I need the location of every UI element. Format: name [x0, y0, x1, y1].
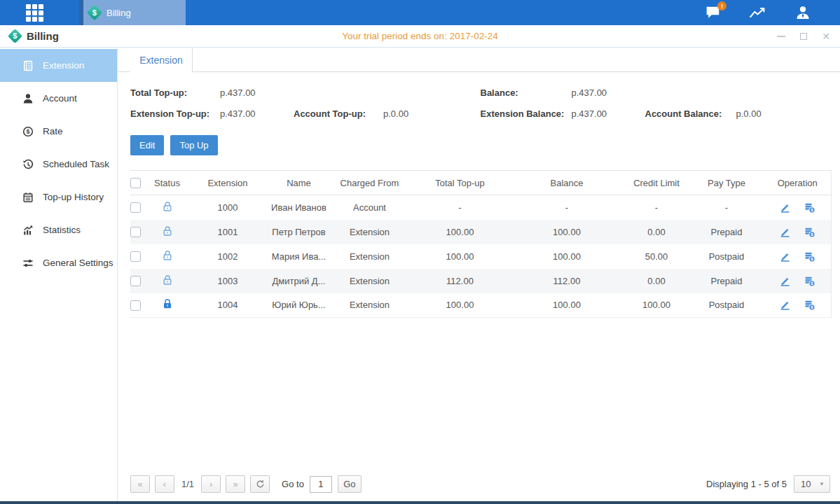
cell-name: Иван Иванов — [269, 202, 329, 213]
window-titlebar: $ Billing Your trial period ends on: 201… — [0, 25, 840, 48]
edit-row-icon[interactable] — [779, 202, 791, 214]
lock-status-icon — [162, 250, 173, 261]
topup-history-icon — [22, 191, 34, 203]
cell-balance: 100.00 — [509, 220, 624, 244]
cell-balance: 112.00 — [509, 269, 624, 293]
edit-row-icon[interactable] — [779, 299, 791, 311]
col-name: Name — [269, 171, 329, 195]
sidebar-item-label: Rate — [43, 126, 63, 136]
edit-row-icon[interactable] — [779, 275, 791, 287]
svg-text:$: $ — [811, 256, 813, 261]
row-checkbox[interactable] — [130, 276, 141, 286]
account-balance-value: p.0.00 — [736, 108, 810, 119]
topup-row-icon[interactable]: $ — [804, 202, 815, 214]
row-checkbox[interactable] — [130, 300, 141, 311]
cell-charged-from: Extension — [329, 269, 411, 293]
summary-panel: Total Top-up: p.437.00 Balance: p.437.00… — [130, 88, 830, 119]
extension-topup-value: p.437.00 — [220, 108, 294, 119]
balance-label: Balance: — [481, 88, 572, 98]
topup-row-icon[interactable]: $ — [804, 299, 815, 311]
displaying-text: Displaying 1 - 5 of 5 — [706, 479, 787, 489]
sidebar-item-extension[interactable]: Extension — [0, 49, 117, 82]
sidebar-item-label: Extension — [43, 60, 84, 71]
sidebar-item-scheduled-task[interactable]: Scheduled Task — [0, 148, 117, 181]
select-all-checkbox[interactable] — [130, 178, 141, 188]
row-checkbox[interactable] — [130, 202, 141, 213]
balance-value: p.437.00 — [572, 88, 645, 98]
edit-row-icon[interactable] — [779, 226, 791, 238]
cell-credit-limit: 0.00 — [624, 220, 689, 244]
notifications-icon[interactable]: ! — [704, 4, 722, 21]
account-topup-value: p.0.00 — [383, 108, 457, 119]
tab-strip: Extension — [118, 48, 840, 72]
cell-balance: 100.00 — [509, 293, 624, 318]
prev-page-button[interactable]: ‹ — [155, 475, 174, 493]
edit-button[interactable]: Edit — [130, 135, 164, 155]
col-credit-limit: Credit Limit — [624, 171, 689, 195]
tab-extension[interactable]: Extension — [130, 48, 193, 72]
account-topup-label: Account Top-up: — [294, 108, 383, 119]
maximize-button[interactable] — [798, 31, 809, 42]
cell-pay-type: Prepaid — [689, 220, 764, 244]
extension-topup-label: Extension Top-up: — [130, 108, 220, 119]
account-icon — [22, 92, 34, 104]
page-size-select[interactable]: 10 ▼ — [794, 475, 830, 493]
table-row: 1004 Юрий Юрь... Extension 100.00 100.00… — [130, 293, 831, 318]
cell-extension: 1004 — [186, 293, 269, 318]
taskbar-tab-label: Billing — [106, 8, 131, 18]
next-page-button[interactable]: › — [201, 475, 221, 493]
topup-row-icon[interactable]: $ — [804, 226, 815, 238]
cell-name: Петр Петров — [269, 227, 329, 237]
table-row: 1003 Дмитрий Д... Extension 112.00 112.0… — [130, 269, 831, 293]
cell-name: Дмитрий Д... — [269, 276, 329, 286]
cell-extension: 1003 — [186, 269, 269, 293]
close-button[interactable]: ✕ — [820, 31, 832, 42]
topup-row-icon[interactable]: $ — [804, 251, 815, 262]
cell-balance: - — [509, 195, 624, 220]
chevron-down-icon: ▼ — [819, 481, 825, 487]
cell-credit-limit: 0.00 — [624, 269, 689, 293]
col-balance: Balance — [509, 171, 624, 195]
cell-credit-limit: 50.00 — [624, 244, 689, 269]
user-account-icon[interactable] — [794, 4, 812, 21]
cell-charged-from: Extension — [329, 244, 411, 269]
svg-text:$: $ — [26, 128, 29, 135]
page-size-value: 10 — [801, 479, 811, 489]
top-up-button[interactable]: Top Up — [170, 135, 217, 155]
edit-row-icon[interactable] — [779, 251, 791, 262]
row-checkbox[interactable] — [130, 251, 141, 262]
cell-total-topup: 112.00 — [411, 269, 509, 293]
cell-pay-type: Prepaid — [689, 269, 764, 293]
minimize-button[interactable] — [776, 31, 787, 42]
sidebar-item-rate[interactable]: $ Rate — [0, 115, 117, 148]
topup-row-icon[interactable]: $ — [804, 275, 815, 287]
svg-text:$: $ — [811, 305, 813, 310]
first-page-button[interactable]: « — [130, 475, 150, 493]
col-operation: Operation — [764, 171, 831, 195]
cell-credit-limit: - — [624, 195, 689, 220]
total-topup-value: p.437.00 — [220, 88, 294, 98]
svg-text:$: $ — [811, 232, 813, 237]
cell-charged-from: Extension — [329, 220, 411, 244]
cell-total-topup: - — [411, 195, 509, 220]
col-charged-from: Charged From — [329, 171, 411, 195]
cell-extension: 1002 — [186, 244, 269, 269]
taskbar-tab-billing[interactable]: $ Billing — [79, 0, 186, 25]
row-checkbox[interactable] — [130, 227, 141, 237]
extension-balance-label: Extension Balance: — [481, 108, 572, 119]
billing-app-icon: $ — [87, 5, 103, 21]
resource-monitor-icon[interactable] — [749, 4, 767, 21]
lock-status-icon — [162, 274, 173, 286]
sidebar-item-account[interactable]: Account — [0, 82, 117, 115]
refresh-button[interactable] — [250, 475, 270, 493]
goto-page-input[interactable] — [310, 476, 332, 493]
sidebar-item-general-settings[interactable]: General Settings — [0, 246, 117, 279]
page-indicator: 1/1 — [181, 479, 194, 489]
app-launcher-icon[interactable] — [26, 4, 44, 21]
cell-extension: 1001 — [186, 220, 269, 244]
go-button[interactable]: Go — [338, 475, 362, 493]
last-page-button[interactable]: » — [226, 475, 245, 493]
sidebar-item-topup-history[interactable]: Top-up History — [0, 181, 117, 214]
col-pay-type: Pay Type — [689, 171, 764, 195]
sidebar-item-statistics[interactable]: Statistics — [0, 214, 117, 246]
